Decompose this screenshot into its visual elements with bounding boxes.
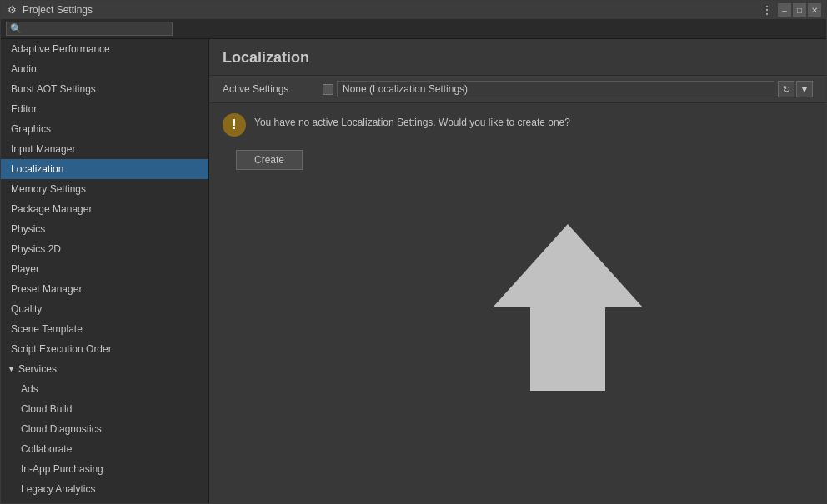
sidebar-item-adaptive-performance[interactable]: Adaptive Performance	[1, 39, 208, 59]
sidebar-item-scene-template[interactable]: Scene Template	[1, 319, 208, 339]
sidebar-item-in-app-purchasing[interactable]: In-App Purchasing	[1, 459, 208, 479]
active-settings-dropdown[interactable]: None (Localization Settings)	[337, 81, 774, 97]
sidebar-item-memory-settings[interactable]: Memory Settings	[1, 179, 208, 199]
maximize-button[interactable]: □	[793, 3, 806, 17]
main-panel: Localization Active Settings None (Local…	[209, 39, 826, 503]
sidebar-item-physics[interactable]: Physics	[1, 219, 208, 239]
gear-icon: ⚙	[6, 4, 18, 16]
none-checkbox[interactable]	[323, 84, 333, 95]
title-bar-controls: ⋮ – □ ✕	[761, 3, 821, 17]
arrow-up-icon	[484, 216, 651, 399]
sidebar-item-collaborate[interactable]: Collaborate	[1, 439, 208, 459]
sidebar-item-physics-2d[interactable]: Physics 2D	[1, 239, 208, 259]
search-wrapper: 🔍	[6, 22, 173, 36]
notification-area: ! You have no active Localization Settin…	[209, 103, 826, 147]
sidebar-item-input-manager[interactable]: Input Manager	[1, 139, 208, 159]
sidebar-item-localization[interactable]: Localization	[1, 159, 208, 179]
panel-title: Localization	[209, 39, 826, 75]
sidebar-item-script-execution-order[interactable]: Script Execution Order	[1, 339, 208, 359]
create-button[interactable]: Create	[236, 150, 303, 170]
minimize-button[interactable]: –	[778, 3, 791, 17]
arrow-container	[484, 216, 651, 402]
search-bar: 🔍	[1, 19, 826, 39]
active-settings-row: Active Settings None (Localization Setti…	[209, 75, 826, 103]
notification-text: You have no active Localization Settings…	[254, 113, 570, 128]
settings-menu-button[interactable]: ▼	[796, 81, 813, 97]
sidebar-item-editor[interactable]: Editor	[1, 99, 208, 119]
sidebar-item-player[interactable]: Player	[1, 259, 208, 279]
title-bar-left: ⚙ Project Settings	[6, 4, 93, 16]
sidebar-item-quality[interactable]: Quality	[1, 299, 208, 319]
triangle-icon: ▼	[8, 362, 15, 377]
menu-dots-icon: ⋮	[761, 3, 773, 17]
window-title: Project Settings	[23, 4, 93, 16]
sidebar-item-graphics[interactable]: Graphics	[1, 119, 208, 139]
project-settings-window: ⚙ Project Settings ⋮ – □ ✕ 🔍 Adaptive Pe…	[0, 0, 827, 504]
sidebar-item-package-manager[interactable]: Package Manager	[1, 199, 208, 219]
sidebar: Adaptive Performance Audio Burst AOT Set…	[1, 39, 209, 503]
sidebar-item-cloud-build[interactable]: Cloud Build	[1, 399, 208, 419]
sidebar-item-audio[interactable]: Audio	[1, 59, 208, 79]
settings-refresh-button[interactable]: ↻	[778, 81, 794, 97]
create-button-container: Create	[209, 147, 826, 173]
content-area: Adaptive Performance Audio Burst AOT Set…	[1, 39, 826, 503]
settings-control: None (Localization Settings) ↻ ▼	[323, 81, 813, 97]
sidebar-item-legacy-analytics[interactable]: Legacy Analytics	[1, 479, 208, 499]
title-bar: ⚙ Project Settings ⋮ – □ ✕	[1, 1, 826, 19]
search-icon: 🔍	[10, 23, 22, 34]
svg-marker-0	[493, 224, 643, 391]
warning-icon: !	[223, 113, 246, 137]
close-button[interactable]: ✕	[808, 3, 821, 17]
sidebar-item-ads[interactable]: Ads	[1, 379, 208, 399]
search-input[interactable]	[24, 24, 168, 34]
sidebar-item-preset-manager[interactable]: Preset Manager	[1, 279, 208, 299]
sidebar-item-burst-aot[interactable]: Burst AOT Settings	[1, 79, 208, 99]
sidebar-group-services[interactable]: ▼ Services	[1, 359, 208, 379]
icon-buttons: ↻ ▼	[778, 81, 813, 97]
active-settings-label: Active Settings	[223, 83, 323, 95]
sidebar-item-tags-and-layers[interactable]: Tags and Layers	[1, 499, 208, 503]
sidebar-item-cloud-diagnostics[interactable]: Cloud Diagnostics	[1, 419, 208, 439]
